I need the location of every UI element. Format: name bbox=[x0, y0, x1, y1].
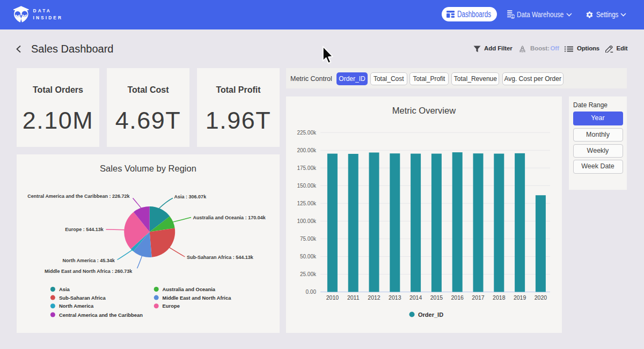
svg-text:Central America and the Caribb: Central America and the Caribbean bbox=[59, 312, 143, 318]
svg-text:Australia and Oceania : 170.04: Australia and Oceania : 170.04k bbox=[193, 215, 266, 220]
svg-text:Europe : 544.13k: Europe : 544.13k bbox=[65, 227, 104, 232]
svg-text:175.00k: 175.00k bbox=[297, 165, 317, 171]
svg-text:2012: 2012 bbox=[368, 294, 380, 301]
svg-text:150.00k: 150.00k bbox=[297, 183, 317, 189]
svg-text:Metric Overview: Metric Overview bbox=[392, 106, 456, 115]
svg-text:2018: 2018 bbox=[493, 294, 506, 301]
svg-text:125.00k: 125.00k bbox=[297, 201, 317, 206]
svg-text:Middle East and North Africa :: Middle East and North Africa : 260.73k bbox=[45, 269, 133, 274]
svg-text:225.00k: 225.00k bbox=[297, 130, 317, 136]
svg-text:2014: 2014 bbox=[409, 294, 422, 301]
svg-text:50.00k: 50.00k bbox=[300, 254, 317, 259]
svg-text:200.00k: 200.00k bbox=[297, 147, 317, 153]
svg-text:Order_ID: Order_ID bbox=[418, 311, 443, 318]
svg-text:Asia: Asia bbox=[59, 286, 70, 292]
svg-text:Europe: Europe bbox=[163, 303, 180, 309]
svg-text:2016: 2016 bbox=[451, 294, 464, 301]
svg-text:North America: North America bbox=[59, 303, 94, 309]
svg-text:North America : 45.34k: North America : 45.34k bbox=[63, 258, 115, 263]
svg-text:75.00k: 75.00k bbox=[300, 236, 317, 242]
svg-text:0.00: 0.00 bbox=[306, 289, 317, 295]
svg-text:Sales Volume by Region: Sales Volume by Region bbox=[100, 164, 196, 173]
svg-text:Sub-Saharan Africa : 544.13k: Sub-Saharan Africa : 544.13k bbox=[187, 255, 254, 260]
svg-text:Central America and the Caribb: Central America and the Caribbean : 226.… bbox=[27, 194, 130, 199]
svg-text:2020: 2020 bbox=[535, 294, 547, 301]
svg-text:100.00k: 100.00k bbox=[297, 218, 317, 224]
svg-text:2017: 2017 bbox=[472, 294, 485, 301]
svg-text:Middle East and North Africa: Middle East and North Africa bbox=[163, 295, 232, 301]
svg-text:2013: 2013 bbox=[389, 294, 401, 301]
svg-text:Asia : 306.07k: Asia : 306.07k bbox=[174, 194, 207, 199]
svg-text:2019: 2019 bbox=[514, 294, 526, 301]
svg-text:Australia and Oceania: Australia and Oceania bbox=[163, 286, 216, 292]
svg-text:2015: 2015 bbox=[430, 294, 443, 301]
svg-text:Sub-Saharan Africa: Sub-Saharan Africa bbox=[59, 295, 106, 301]
svg-text:2011: 2011 bbox=[347, 294, 360, 301]
svg-text:2010: 2010 bbox=[326, 294, 339, 301]
svg-text:25.00k: 25.00k bbox=[300, 271, 317, 277]
